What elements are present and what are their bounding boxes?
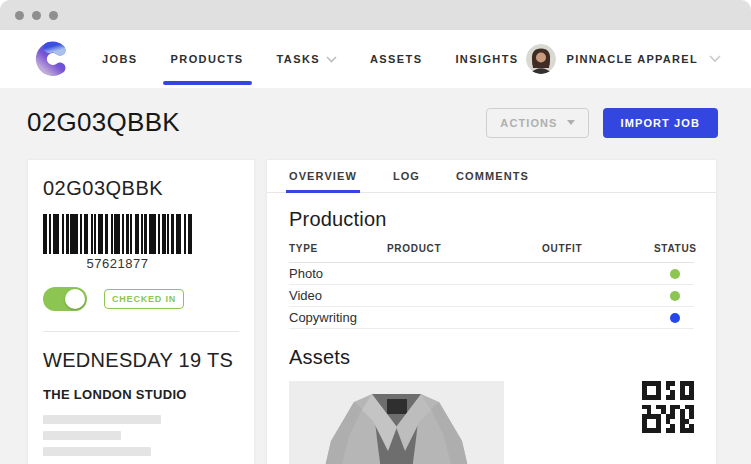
qr-code-image — [642, 381, 694, 433]
table-row-video[interactable]: Video — [289, 285, 694, 307]
chevron-down-icon[interactable] — [709, 55, 721, 63]
barcode-value: 57621877 — [43, 256, 192, 271]
status-dot — [670, 269, 680, 279]
page-title: 02G03QBBK — [27, 107, 180, 138]
tab-label: OVERVIEW — [289, 170, 357, 182]
toggle-knob — [65, 289, 85, 309]
production-table: TYPE PRODUCT OUTFIT STATUS Photo Video — [289, 243, 694, 329]
production-heading: Production — [289, 208, 694, 231]
status-badge: CHECKED IN — [104, 289, 184, 309]
avatar[interactable] — [526, 44, 556, 74]
brand-logo-icon[interactable] — [30, 40, 68, 78]
nav-item-assets[interactable]: ASSETS — [370, 30, 422, 88]
studio-name: THE LONDON STUDIO — [43, 387, 239, 402]
import-job-button-label: IMPORT JOB — [621, 117, 700, 129]
status-dot — [670, 313, 680, 323]
assets-heading: Assets — [289, 346, 694, 369]
row-type-label: Photo — [289, 266, 387, 281]
tab-label: LOG — [393, 170, 420, 182]
overview-panel: Production TYPE PRODUCT OUTFIT STATUS Ph… — [267, 193, 716, 464]
table-row-photo[interactable]: Photo — [289, 263, 694, 285]
account-name: PINNACLE APPAREL — [567, 53, 698, 65]
account-menu[interactable]: PINNACLE APPAREL — [526, 44, 721, 74]
assets-section: Assets — [289, 346, 694, 464]
checkin-row: CHECKED IN — [43, 287, 239, 311]
detail-card: OVERVIEW LOG COMMENTS Production TYPE PR… — [266, 159, 717, 464]
nav-item-label: JOBS — [102, 53, 138, 65]
status-dot — [670, 291, 680, 301]
caret-down-icon — [567, 120, 575, 125]
assets-row — [289, 381, 694, 464]
barcode-image — [43, 214, 192, 254]
nav-item-label: PRODUCTS — [171, 53, 244, 65]
content-columns: 02G03QBBK 57621877 CHECKED IN WEDNESDAY … — [0, 159, 751, 464]
window-control-icon[interactable] — [49, 11, 58, 20]
import-job-button[interactable]: IMPORT JOB — [603, 108, 718, 138]
window-control-icon[interactable] — [15, 11, 24, 20]
barcode: 57621877 — [43, 214, 192, 271]
tab-comments[interactable]: COMMENTS — [456, 160, 529, 192]
nav-item-jobs[interactable]: JOBS — [102, 30, 138, 88]
navbar: JOBS PRODUCTS TASKS ASSETS INSIGHTS — [0, 30, 751, 88]
nav-item-insights[interactable]: INSIGHTS — [455, 30, 518, 88]
checkin-toggle[interactable] — [43, 287, 87, 311]
header-buttons: ACTIONS IMPORT JOB — [486, 108, 718, 138]
row-type-label: Copywriting — [289, 310, 387, 325]
detail-tabs: OVERVIEW LOG COMMENTS — [267, 160, 716, 193]
nav-item-label: TASKS — [277, 53, 320, 65]
product-summary-card: 02G03QBBK 57621877 CHECKED IN WEDNESDAY … — [27, 159, 255, 464]
placeholder-lines — [43, 415, 239, 456]
chevron-down-icon — [326, 56, 337, 63]
column-header-type: TYPE — [289, 243, 387, 254]
window-titlebar — [0, 0, 751, 30]
tab-label: COMMENTS — [456, 170, 529, 182]
nav-item-products[interactable]: PRODUCTS — [171, 30, 244, 88]
asset-thumbnail-coat[interactable] — [289, 381, 504, 464]
tab-overview[interactable]: OVERVIEW — [289, 160, 357, 192]
nav-item-label: INSIGHTS — [455, 53, 518, 65]
active-tab-underline — [163, 81, 252, 85]
column-header-product: PRODUCT — [387, 243, 542, 254]
actions-button-label: ACTIONS — [500, 117, 557, 129]
main-nav: JOBS PRODUCTS TASKS ASSETS INSIGHTS — [102, 30, 519, 88]
column-header-status: STATUS — [654, 243, 697, 254]
actions-button[interactable]: ACTIONS — [486, 108, 588, 138]
product-code-title: 02G03QBBK — [43, 177, 239, 200]
table-header-row: TYPE PRODUCT OUTFIT STATUS — [289, 243, 694, 263]
tab-log[interactable]: LOG — [393, 160, 420, 192]
active-tab-underline — [286, 190, 360, 193]
page-header: 02G03QBBK ACTIONS IMPORT JOB — [0, 88, 751, 159]
window-control-icon[interactable] — [32, 11, 41, 20]
table-row-copywriting[interactable]: Copywriting — [289, 307, 694, 329]
schedule-title: WEDNESDAY 19 TS — [43, 349, 239, 372]
divider — [43, 331, 239, 332]
row-type-label: Video — [289, 288, 387, 303]
column-header-outfit: OUTFIT — [542, 243, 654, 254]
nav-item-tasks[interactable]: TASKS — [277, 30, 337, 88]
nav-item-label: ASSETS — [370, 53, 422, 65]
app-window: JOBS PRODUCTS TASKS ASSETS INSIGHTS — [0, 0, 751, 464]
